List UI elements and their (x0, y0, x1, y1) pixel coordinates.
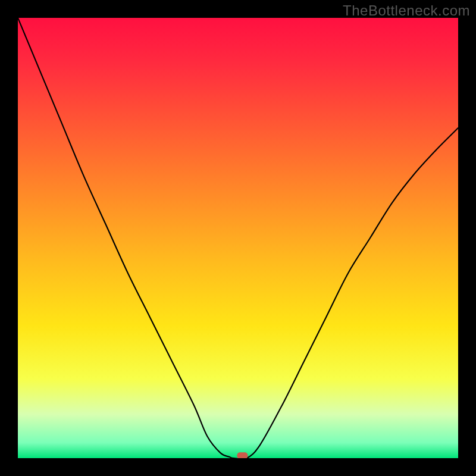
bottleneck-chart (18, 18, 458, 458)
chart-frame: TheBottleneck.com (0, 0, 476, 476)
gradient-background (18, 18, 458, 458)
watermark-text: TheBottleneck.com (343, 2, 470, 19)
optimal-point-marker (237, 452, 248, 458)
plot-area (18, 18, 458, 458)
